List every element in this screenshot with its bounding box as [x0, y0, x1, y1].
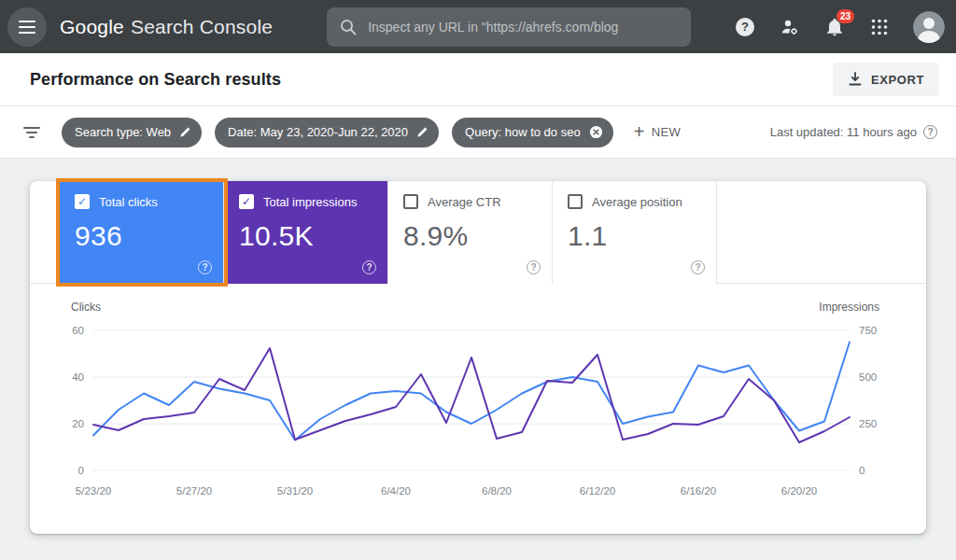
logo-brand-text: Google	[60, 16, 124, 38]
svg-text:0: 0	[859, 465, 865, 476]
help-icon[interactable]: ?	[527, 260, 541, 274]
user-settings-button[interactable]	[771, 8, 808, 46]
help-icon: ?	[736, 18, 754, 36]
axis-titles: Clicks Impressions	[30, 301, 926, 317]
top-app-bar: Google Search Console ? 23	[0, 0, 956, 53]
chart-area: Clicks Impressions 002025040500607505/23…	[30, 284, 926, 504]
tile-value: 1.1	[568, 220, 703, 252]
performance-chart[interactable]: 002025040500607505/23/205/27/205/31/206/…	[30, 317, 926, 504]
right-axis-title: Impressions	[819, 301, 879, 314]
export-label: EXPORT	[871, 73, 924, 87]
export-button[interactable]: EXPORT	[833, 63, 939, 96]
search-icon	[340, 19, 357, 35]
svg-text:6/4/20: 6/4/20	[381, 485, 411, 497]
chip-label: Search type: Web	[75, 125, 171, 139]
content-area: ✓ Total clicks 936 ? ✓ Total impressions…	[0, 159, 956, 534]
filter-bar: Search type: Web Date: May 23, 2020-Jun …	[0, 106, 956, 159]
filter-list-button[interactable]	[19, 119, 45, 146]
edit-pencil-icon[interactable]	[416, 126, 429, 138]
notification-badge: 23	[836, 9, 854, 23]
tile-label: Average CTR	[428, 195, 501, 209]
last-updated-text: Last updated: 11 hours ago	[770, 125, 917, 139]
new-filter-label: NEW	[652, 125, 682, 139]
svg-text:500: 500	[859, 371, 877, 383]
apps-grid-icon	[871, 19, 888, 35]
hamburger-menu-button[interactable]	[7, 7, 47, 47]
help-button[interactable]: ?	[726, 8, 764, 46]
svg-text:250: 250	[859, 418, 877, 429]
metric-tile-average-ctr[interactable]: Average CTR 8.9% ?	[388, 181, 553, 284]
metric-tile-total-clicks[interactable]: ✓ Total clicks 936 ?	[60, 181, 224, 284]
chip-label: Query: how to do seo	[465, 125, 581, 139]
help-icon[interactable]: ?	[198, 260, 212, 274]
svg-text:6/8/20: 6/8/20	[482, 485, 512, 497]
svg-text:5/23/20: 5/23/20	[76, 485, 111, 497]
app-logo[interactable]: Google Search Console	[60, 16, 273, 38]
tile-label: Total clicks	[99, 195, 158, 209]
help-icon[interactable]: ?	[362, 260, 376, 274]
filter-chip-search-type[interactable]: Search type: Web	[62, 118, 202, 147]
topbar-actions: ? 23	[726, 8, 945, 46]
download-icon	[848, 72, 863, 87]
tile-value: 936	[75, 220, 210, 252]
metric-tiles-row: ✓ Total clicks 936 ? ✓ Total impressions…	[30, 181, 926, 284]
apps-grid-button[interactable]	[861, 8, 898, 46]
hamburger-icon	[19, 21, 35, 34]
tile-value: 8.9%	[403, 220, 539, 252]
tile-label: Average position	[592, 195, 682, 209]
metric-tile-total-impressions[interactable]: ✓ Total impressions 10.5K ?	[224, 181, 388, 284]
filter-chip-query[interactable]: Query: how to do seo	[452, 118, 613, 147]
tile-value: 10.5K	[239, 220, 374, 252]
url-inspection-searchbox[interactable]	[327, 7, 691, 47]
chip-label: Date: May 23, 2020-Jun 22, 2020	[228, 125, 408, 139]
svg-text:6/12/20: 6/12/20	[580, 485, 615, 497]
filter-chip-date[interactable]: Date: May 23, 2020-Jun 22, 2020	[215, 118, 439, 147]
checkbox-icon[interactable]: ✓	[75, 194, 90, 209]
page-title: Performance on Search results	[30, 70, 281, 90]
svg-text:5/31/20: 5/31/20	[277, 485, 313, 497]
tile-label: Total impressions	[263, 195, 357, 209]
search-input[interactable]	[368, 20, 678, 35]
svg-text:40: 40	[72, 371, 84, 383]
svg-text:60: 60	[72, 325, 84, 336]
plus-icon: +	[634, 122, 645, 141]
svg-text:750: 750	[859, 325, 877, 336]
logo-product-text: Search Console	[131, 16, 273, 38]
user-settings-icon	[780, 18, 799, 36]
edit-pencil-icon[interactable]	[179, 126, 191, 138]
last-updated: Last updated: 11 hours ago ?	[770, 125, 937, 139]
avatar-image	[913, 11, 945, 43]
notifications-button[interactable]: 23	[816, 8, 853, 46]
metric-tile-average-position[interactable]: Average position 1.1 ?	[553, 181, 717, 284]
svg-text:6/16/20: 6/16/20	[681, 485, 716, 497]
new-filter-button[interactable]: + NEW	[634, 124, 682, 141]
help-icon[interactable]: ?	[691, 260, 705, 274]
svg-text:20: 20	[72, 418, 84, 429]
checkbox-icon[interactable]: ✓	[239, 194, 254, 209]
performance-card: ✓ Total clicks 936 ? ✓ Total impressions…	[30, 181, 926, 534]
svg-text:0: 0	[78, 465, 84, 476]
svg-text:5/27/20: 5/27/20	[176, 485, 212, 497]
left-axis-title: Clicks	[71, 301, 101, 314]
checkbox-icon[interactable]	[403, 194, 418, 209]
account-avatar[interactable]	[913, 11, 945, 43]
help-icon[interactable]: ?	[923, 125, 937, 139]
checkbox-icon[interactable]	[568, 194, 583, 209]
filter-list-icon	[23, 127, 40, 138]
svg-text:6/20/20: 6/20/20	[781, 485, 817, 497]
remove-filter-icon[interactable]	[589, 125, 603, 139]
page-header: Performance on Search results EXPORT	[0, 53, 956, 106]
